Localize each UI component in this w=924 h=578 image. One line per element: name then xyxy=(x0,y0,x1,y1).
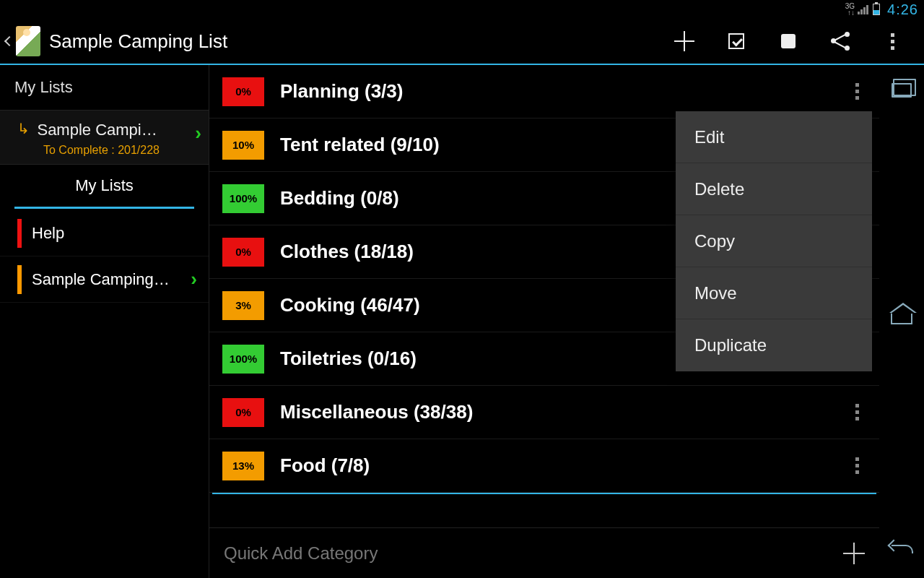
progress-badge: 0% xyxy=(222,238,264,267)
sidebar-tab-header[interactable]: My Lists xyxy=(14,165,194,209)
signal-icon xyxy=(858,4,868,14)
sidebar-item-help[interactable]: Help xyxy=(0,210,209,256)
sidebar-current-list[interactable]: ↳ Sample Campi… › To Complete : 201/228 xyxy=(0,111,209,165)
plus-icon xyxy=(674,31,694,51)
category-row[interactable]: 13% Food (7/8) xyxy=(209,439,879,493)
network-indicator: 3G↑↓ xyxy=(845,3,855,16)
status-bar: 3G↑↓ 4:26 xyxy=(0,0,924,19)
progress-badge: 13% xyxy=(222,452,264,480)
category-name: Miscellaneous (38/38) xyxy=(280,401,848,423)
category-row[interactable]: 0% Planning (3/3) xyxy=(209,65,879,118)
category-row[interactable]: 0% Miscellaneous (38/38) xyxy=(209,386,879,439)
app-icon[interactable] xyxy=(16,26,40,56)
menu-item-edit[interactable]: Edit xyxy=(676,111,872,163)
sidebar-item-label: Help xyxy=(32,224,197,243)
sidebar-header: My Lists xyxy=(0,65,209,111)
progress-badge: 100% xyxy=(222,184,264,213)
quick-add-plus-icon[interactable] xyxy=(843,543,865,564)
quick-add-input[interactable] xyxy=(224,543,843,564)
recent-icon xyxy=(892,83,912,98)
action-bar: Sample Camping List xyxy=(0,19,924,65)
quick-add-bar xyxy=(209,527,879,578)
share-button[interactable] xyxy=(814,18,866,64)
more-icon xyxy=(891,33,894,50)
share-icon xyxy=(831,32,850,51)
sidebar-item-label: Sample Camping… xyxy=(32,270,191,289)
uncheck-button[interactable] xyxy=(762,18,814,64)
chevron-right-icon: › xyxy=(191,268,197,290)
clock: 4:26 xyxy=(887,1,918,18)
sidebar-current-name: Sample Campi… xyxy=(37,121,157,139)
progress-badge: 0% xyxy=(222,398,264,427)
row-overflow-button[interactable] xyxy=(848,397,866,428)
battery-icon xyxy=(873,4,880,15)
sidebar: My Lists ↳ Sample Campi… › To Complete :… xyxy=(0,65,209,578)
chevron-right-icon: › xyxy=(195,122,201,144)
checkbox-icon xyxy=(728,33,744,49)
status-bar-icon xyxy=(17,265,22,294)
home-button[interactable] xyxy=(887,307,916,329)
list-divider xyxy=(212,493,876,494)
back-icon xyxy=(889,538,914,553)
row-overflow-button[interactable] xyxy=(848,450,866,481)
progress-badge: 10% xyxy=(222,131,264,160)
category-name: Planning (3/3) xyxy=(280,80,848,103)
back-button[interactable] xyxy=(887,535,916,556)
menu-item-move[interactable]: Move xyxy=(676,267,872,319)
context-menu: Edit Delete Copy Move Duplicate xyxy=(676,111,872,371)
network-label: 3G xyxy=(845,2,855,10)
system-nav-rail xyxy=(879,65,924,578)
progress-badge: 100% xyxy=(222,345,264,374)
sidebar-item-sample-camping[interactable]: Sample Camping… › xyxy=(0,256,209,303)
menu-item-copy[interactable]: Copy xyxy=(676,215,872,267)
status-bar-icon xyxy=(17,219,22,248)
enter-arrow-icon: ↳ xyxy=(17,120,30,137)
page-title: Sample Camping List xyxy=(49,30,227,53)
overflow-button[interactable] xyxy=(866,18,918,64)
progress-badge: 0% xyxy=(222,77,264,106)
progress-badge: 3% xyxy=(222,291,264,320)
check-button[interactable] xyxy=(710,18,762,64)
row-overflow-button[interactable] xyxy=(848,76,866,107)
square-icon xyxy=(781,34,796,48)
home-icon xyxy=(891,311,912,324)
add-button[interactable] xyxy=(658,18,710,64)
recent-apps-button[interactable] xyxy=(887,79,916,101)
up-chevron-icon[interactable] xyxy=(4,36,14,46)
category-name: Food (7/8) xyxy=(280,454,848,477)
menu-item-delete[interactable]: Delete xyxy=(676,163,872,215)
menu-item-duplicate[interactable]: Duplicate xyxy=(676,319,872,371)
sidebar-current-subtitle: To Complete : 201/228 xyxy=(43,144,199,157)
